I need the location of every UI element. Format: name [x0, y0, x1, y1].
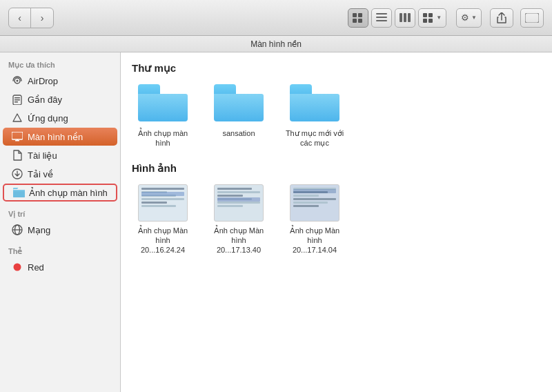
content-area: Thư mục Ảnh chụp mànhình sansation	[121, 52, 552, 392]
folder-item-screenshots[interactable]: Ảnh chụp mànhình	[132, 84, 194, 148]
airdrop-icon	[11, 75, 23, 87]
sidebar-item-documents[interactable]: Tài liệu	[3, 146, 117, 164]
svg-rect-9	[408, 13, 411, 22]
recent-icon	[11, 93, 23, 106]
view-list-button[interactable]	[371, 8, 392, 28]
title-bar: Màn hình nền	[0, 36, 552, 52]
network-label: Mạng	[28, 225, 50, 235]
back-button[interactable]: ‹	[9, 8, 31, 28]
sidebar-item-desktop[interactable]: Màn hình nền	[3, 128, 117, 146]
main-container: Mục ưa thích AirDrop	[0, 52, 552, 392]
sidebar-item-network[interactable]: Mạng	[3, 221, 117, 239]
svg-point-16	[17, 80, 19, 82]
downloads-label: Tải về	[28, 169, 53, 179]
folder-name-sansation: sansation	[222, 128, 255, 138]
sidebar-item-recent[interactable]: Gần đây	[3, 90, 117, 108]
folder-section-title: Thư mục	[132, 62, 541, 75]
image-name-1: Ảnh chụp Mànhình 20...16.24.24	[132, 226, 193, 255]
svg-rect-20	[14, 101, 18, 103]
documents-icon	[11, 149, 23, 161]
sidebar-item-screenshots[interactable]: Ảnh chụp màn hình	[3, 184, 117, 202]
svg-rect-8	[404, 13, 406, 22]
image-item-3[interactable]: Ảnh chụp Mànhình 20...17.14.04	[284, 184, 346, 255]
image-section-title: Hình ảnh	[132, 162, 541, 175]
gear-dropdown[interactable]: ⚙ ▼	[456, 8, 482, 28]
svg-rect-13	[428, 19, 433, 23]
screenshots-label: Ảnh chụp màn hình	[29, 188, 108, 198]
view-cover-dropdown[interactable]: ▼	[418, 8, 446, 28]
forward-button[interactable]: ›	[31, 8, 53, 28]
badge-button[interactable]	[520, 8, 544, 28]
folder-name-screenshots: Ảnh chụp mànhình	[138, 128, 188, 148]
folder-item-newfolder[interactable]: Thư mục mới vớicác mục	[284, 84, 346, 148]
view-icon-button[interactable]	[348, 8, 368, 28]
svg-rect-5	[376, 17, 387, 18]
folder-icon-newfolder	[290, 84, 339, 124]
view-controls: ▼	[348, 8, 446, 28]
svg-rect-0	[353, 13, 357, 17]
svg-rect-7	[400, 13, 402, 22]
svg-rect-12	[423, 19, 427, 23]
svg-rect-19	[14, 99, 20, 101]
folder-grid: Ảnh chụp mànhình sansation Thư mục mới v…	[132, 84, 541, 148]
svg-rect-23	[17, 139, 18, 141]
red-tag-label: Red	[28, 262, 44, 273]
thumbnail-1	[138, 184, 188, 222]
thumbnail-2	[214, 184, 264, 222]
svg-rect-14	[525, 13, 539, 23]
thumbnail-3	[290, 184, 339, 222]
tags-section-label: Thẻ	[0, 244, 120, 257]
sidebar-item-downloads[interactable]: Tải về	[3, 165, 117, 183]
dropdown-arrow-icon: ▼	[436, 14, 442, 21]
apps-icon	[11, 112, 23, 124]
svg-rect-4	[376, 13, 387, 14]
documents-label: Tài liệu	[28, 150, 57, 161]
red-tag-icon	[11, 261, 23, 273]
gear-dropdown-arrow: ▼	[471, 14, 477, 21]
svg-rect-11	[428, 13, 433, 17]
apps-label: Ứng dụng	[28, 113, 68, 124]
image-item-2[interactable]: Ảnh chụp Mànhình 20...17.13.40	[208, 184, 270, 255]
sidebar-item-red-tag[interactable]: Red	[3, 258, 117, 276]
folder-name-newfolder: Thư mục mới vớicác mục	[286, 128, 344, 148]
location-section-label: Vị trí	[0, 207, 120, 220]
folder-icon-screenshots	[138, 84, 188, 124]
svg-rect-1	[358, 13, 362, 17]
downloads-icon	[11, 168, 23, 180]
sidebar-item-airdrop[interactable]: AirDrop	[3, 72, 117, 90]
share-button[interactable]	[490, 8, 513, 28]
image-grid: Ảnh chụp Mànhình 20...16.24.24 Ảnh chụp …	[132, 184, 541, 255]
desktop-icon	[11, 130, 23, 143]
window-title: Màn hình nền	[250, 39, 302, 49]
svg-rect-10	[423, 13, 427, 17]
airdrop-label: AirDrop	[28, 76, 58, 86]
folder-item-sansation[interactable]: sansation	[208, 84, 270, 148]
svg-rect-21	[12, 132, 23, 139]
view-columns-button[interactable]	[395, 8, 415, 28]
gear-icon: ⚙	[461, 12, 469, 23]
svg-rect-18	[14, 97, 20, 99]
image-item-1[interactable]: Ảnh chụp Mànhình 20...16.24.24	[132, 184, 194, 255]
svg-point-28	[14, 264, 21, 271]
nav-button-group: ‹ ›	[8, 8, 54, 28]
toolbar: ‹ ›	[0, 0, 552, 36]
folder-icon-sansation	[214, 84, 264, 124]
svg-rect-3	[358, 19, 362, 23]
sidebar-item-apps[interactable]: Ứng dụng	[3, 109, 117, 127]
screenshots-folder-icon	[12, 186, 25, 199]
favorites-section-label: Mục ưa thích	[0, 58, 120, 71]
image-name-3: Ảnh chụp Mànhình 20...17.14.04	[284, 226, 345, 255]
network-icon	[11, 224, 23, 236]
svg-rect-2	[353, 19, 357, 23]
image-name-2: Ảnh chụp Mànhình 20...17.13.40	[208, 226, 269, 255]
recent-label: Gần đây	[28, 95, 62, 105]
sidebar: Mục ưa thích AirDrop	[0, 52, 121, 392]
svg-rect-6	[376, 20, 387, 21]
desktop-label: Màn hình nền	[28, 132, 83, 142]
